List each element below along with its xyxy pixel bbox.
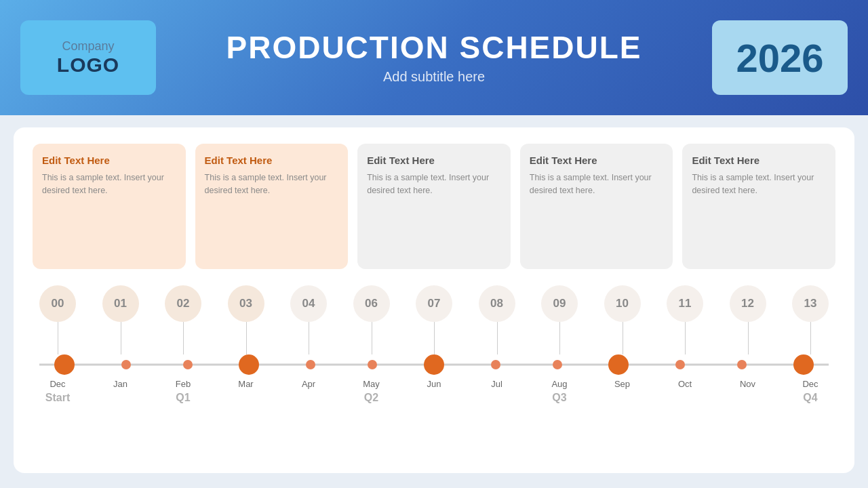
card-title-4: Edit Text Here	[530, 155, 664, 166]
card-4: Edit Text Here This is a sample text. In…	[520, 144, 673, 269]
month-label-Nov-11: Nov	[730, 379, 766, 389]
dot-container-1	[108, 360, 144, 369]
vert-connector-12	[810, 322, 811, 354]
quarter-label-7	[479, 392, 515, 404]
num-circle-01: 01	[102, 285, 139, 322]
page-header: Company LOGO PRODUCTION SCHEDULE Add sub…	[0, 0, 868, 115]
vert-connector-10	[685, 322, 686, 354]
card-title-2: Edit Text Here	[205, 155, 339, 166]
dot-container-5	[354, 360, 391, 369]
vert-connector-7	[497, 322, 498, 354]
month-label-Jun-6: Jun	[416, 379, 452, 389]
month-label-Apr-4: Apr	[290, 379, 327, 389]
quarter-label-4	[290, 392, 327, 404]
quarter-label-10	[667, 392, 703, 404]
num-circle-09: 09	[541, 285, 578, 322]
dot-container-6	[416, 354, 452, 375]
vert-connector-11	[748, 322, 749, 354]
month-label-Feb-2: Feb	[165, 379, 201, 389]
card-2: Edit Text Here This is a sample text. In…	[195, 144, 349, 269]
timeline-dot-6	[424, 354, 444, 375]
dot-container-8	[539, 360, 576, 369]
logo-text: LOGO	[57, 54, 119, 77]
timeline-dot-8	[553, 360, 562, 369]
card-1: Edit Text Here This is a sample text. In…	[33, 144, 186, 269]
quarter-label-5: Q2	[353, 392, 390, 404]
quarter-label-8: Q3	[541, 392, 578, 404]
num-circle-06: 06	[353, 285, 390, 322]
num-circle-13: 13	[792, 285, 829, 322]
logo-company-label: Company	[62, 39, 114, 54]
main-content: Edit Text Here This is a sample text. In…	[14, 127, 854, 473]
timeline-dot-2	[183, 360, 193, 369]
vert-connector-8	[559, 322, 560, 354]
dot-container-2	[170, 360, 206, 369]
month-label-Aug-8: Aug	[541, 379, 578, 389]
page-title: PRODUCTION SCHEDULE	[170, 30, 698, 65]
dot-container-10	[662, 360, 698, 369]
card-5: Edit Text Here This is a sample text. In…	[682, 144, 835, 269]
timeline-dot-4	[306, 360, 315, 369]
dot-container-9	[600, 354, 637, 375]
month-label-Sep-9: Sep	[604, 379, 641, 389]
quarter-label-2: Q1	[165, 392, 201, 404]
timeline-dot-10	[675, 360, 685, 369]
month-label-Oct-10: Oct	[667, 379, 703, 389]
num-circle-00: 00	[39, 285, 76, 322]
vert-connector-3	[246, 322, 247, 354]
month-label-May-5: May	[353, 379, 390, 389]
timeline-dot-7	[491, 360, 500, 369]
card-body-3: This is a sample text. Insert your desir…	[367, 171, 501, 197]
num-circle-11: 11	[667, 285, 703, 322]
card-3: Edit Text Here This is a sample text. In…	[357, 144, 511, 269]
num-circle-07: 07	[416, 285, 452, 322]
num-circle-08: 08	[479, 285, 515, 322]
timeline-section: 00010203040607080910111213 DecJanFebMarA…	[33, 285, 835, 460]
card-body-2: This is a sample text. Insert your desir…	[205, 171, 339, 197]
quarter-label-6	[416, 392, 452, 404]
month-label-Dec-12: Dec	[792, 379, 829, 389]
cards-row: Edit Text Here This is a sample text. In…	[33, 144, 835, 269]
timeline-dot-11	[737, 360, 747, 369]
timeline-dot-1	[121, 360, 131, 369]
vert-connector-0	[58, 322, 58, 354]
timeline-dot-5	[368, 360, 377, 369]
card-title-5: Edit Text Here	[692, 155, 826, 166]
year-box: 2026	[712, 20, 848, 95]
num-circle-10: 10	[604, 285, 641, 322]
dot-container-3	[231, 354, 267, 375]
timeline-dot-0	[54, 354, 75, 375]
dot-container-11	[724, 360, 760, 369]
dot-container-0	[46, 354, 83, 375]
card-body-1: This is a sample text. Insert your desir…	[42, 171, 176, 197]
quarter-label-12: Q4	[792, 392, 829, 404]
quarter-label-9	[604, 392, 641, 404]
dot-container-7	[477, 360, 514, 369]
vert-connector-1	[121, 322, 121, 354]
timeline-dot-3	[239, 354, 259, 375]
quarter-label-1	[102, 392, 139, 404]
year-label: 2026	[736, 35, 823, 81]
header-center: PRODUCTION SCHEDULE Add subtitle here	[156, 30, 712, 85]
vert-connector-2	[183, 322, 184, 354]
logo-box: Company LOGO	[20, 20, 156, 95]
vert-connector-5	[372, 322, 372, 354]
vert-connectors	[33, 322, 835, 354]
card-title-1: Edit Text Here	[42, 155, 176, 166]
month-label-Jul-7: Jul	[479, 379, 515, 389]
num-circle-03: 03	[228, 285, 264, 322]
card-body-4: This is a sample text. Insert your desir…	[530, 171, 664, 197]
month-label-Jan-1: Jan	[102, 379, 139, 389]
dot-container-4	[292, 360, 329, 369]
month-label-Mar-3: Mar	[228, 379, 264, 389]
num-circle-12: 12	[730, 285, 766, 322]
dot-container-12	[785, 354, 822, 375]
month-label-Dec-0: Dec	[39, 379, 76, 389]
vert-connector-6	[434, 322, 435, 354]
num-circle-04: 04	[290, 285, 327, 322]
vert-connector-4	[309, 322, 309, 354]
dots-row	[39, 354, 829, 375]
vert-connector-9	[623, 322, 623, 354]
numbers-row: 00010203040607080910111213	[33, 285, 835, 322]
timeline-dot-12	[793, 354, 814, 375]
